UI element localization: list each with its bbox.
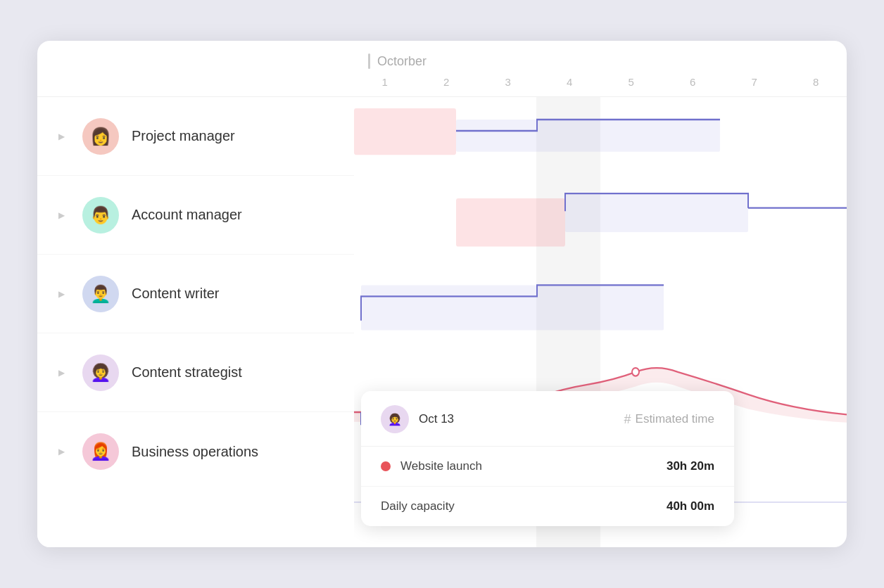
month-label: Octorber — [377, 54, 427, 69]
tooltip-date-section: 👩‍🦱 Oct 13 — [381, 405, 454, 433]
month-section: Octorber 12345678 — [354, 41, 847, 96]
tooltip-row-website: Website launch 30h 20m — [361, 447, 734, 487]
tooltip-estimated-label: # Estimated time — [624, 412, 714, 427]
avatar-cw: 👨‍🦱 — [82, 276, 119, 312]
svg-rect-5 — [361, 285, 664, 330]
day-cell-8: 8 — [785, 76, 847, 88]
screenshot-container: Octorber 12345678 ▶👩Project manager▶👨Acc… — [0, 0, 884, 588]
member-row-am[interactable]: ▶👨Account manager — [37, 176, 354, 255]
website-launch-value: 30h 20m — [667, 459, 714, 473]
day-cell-1: 1 — [354, 76, 416, 88]
member-name-bo: Business operations — [132, 444, 258, 460]
day-cell-2: 2 — [416, 76, 478, 88]
tooltip-avatar-emoji: 👩‍🦱 — [388, 413, 402, 426]
day-cell-4: 4 — [539, 76, 601, 88]
tooltip-row-left-website: Website launch — [381, 459, 482, 473]
tooltip-header: 👩‍🦱 Oct 13 # Estimated time — [361, 391, 734, 447]
day-cell-5: 5 — [600, 76, 662, 88]
tooltip-date: Oct 13 — [419, 412, 454, 426]
red-dot-icon — [381, 461, 391, 471]
member-name-cw: Content writer — [132, 286, 220, 302]
avatar-bo: 👩‍🦰 — [82, 433, 119, 470]
member-row-pm[interactable]: ▶👩Project manager — [37, 97, 354, 176]
daily-capacity-label: Daily capacity — [381, 499, 455, 513]
avatar-am: 👨 — [82, 197, 119, 234]
avatar-cs: 👩‍🦱 — [82, 354, 119, 391]
day-cell-7: 7 — [724, 76, 785, 88]
tooltip-row-capacity: Daily capacity 40h 00m — [361, 487, 734, 526]
member-name-cs: Content strategist — [132, 364, 242, 381]
chart-body: ▶👩Project manager▶👨Account manager▶👨‍🦱Co… — [37, 97, 847, 547]
website-launch-label: Website launch — [400, 459, 482, 473]
days-row: 12345678 — [354, 76, 847, 88]
member-row-cw[interactable]: ▶👨‍🦱Content writer — [37, 255, 354, 333]
chart-area: 👩‍🦱 Oct 13 # Estimated time Website l — [354, 97, 847, 547]
tooltip-card: 👩‍🦱 Oct 13 # Estimated time Website l — [361, 391, 734, 526]
svg-rect-0 — [354, 108, 456, 155]
expand-arrow-cs[interactable]: ▶ — [58, 368, 70, 378]
daily-capacity-value: 40h 00m — [667, 499, 714, 513]
hash-icon: # — [624, 412, 631, 427]
main-card: Octorber 12345678 ▶👩Project manager▶👨Acc… — [37, 41, 847, 547]
tooltip-row-left-capacity: Daily capacity — [381, 499, 455, 513]
month-label-row: Octorber — [354, 53, 847, 69]
left-panel: ▶👩Project manager▶👨Account manager▶👨‍🦱Co… — [37, 97, 354, 547]
expand-arrow-am[interactable]: ▶ — [58, 210, 70, 220]
avatar-pm: 👩 — [82, 118, 119, 155]
svg-point-6 — [632, 368, 639, 376]
member-name-am: Account manager — [132, 207, 242, 223]
chart-header: Octorber 12345678 — [37, 41, 847, 97]
member-row-cs[interactable]: ▶👩‍🦱Content strategist — [37, 333, 354, 412]
member-name-pm: Project manager — [132, 128, 235, 144]
left-panel-header — [37, 41, 354, 96]
expand-arrow-bo[interactable]: ▶ — [58, 447, 70, 456]
estimated-time-label: Estimated time — [636, 412, 714, 426]
expand-arrow-pm[interactable]: ▶ — [58, 132, 70, 141]
member-row-bo[interactable]: ▶👩‍🦰Business operations — [37, 412, 354, 491]
expand-arrow-cw[interactable]: ▶ — [58, 289, 70, 299]
month-divider — [368, 53, 370, 69]
day-cell-6: 6 — [662, 76, 724, 88]
day-cell-3: 3 — [477, 76, 539, 88]
tooltip-avatar: 👩‍🦱 — [381, 405, 409, 433]
